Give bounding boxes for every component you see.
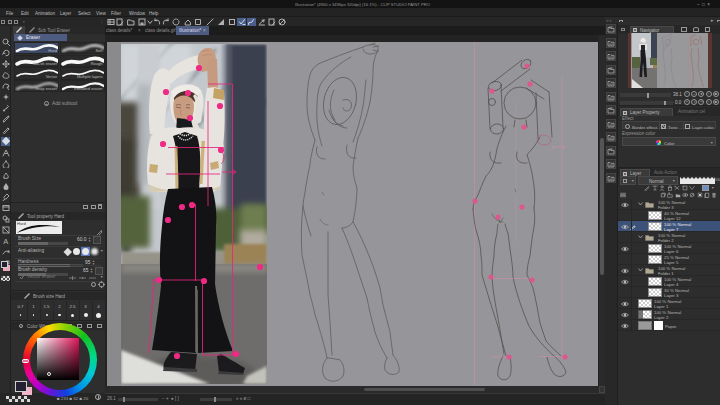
svg-text:A: A (3, 237, 8, 245)
